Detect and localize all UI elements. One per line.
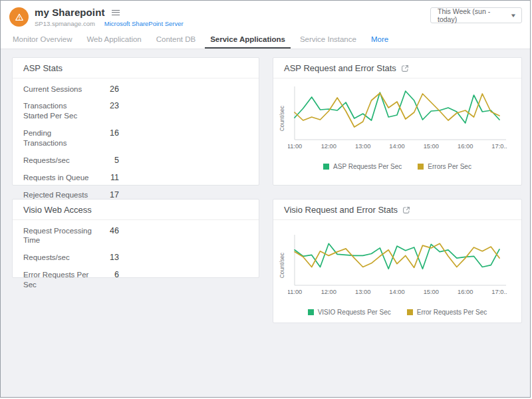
popout-icon[interactable] bbox=[402, 206, 410, 214]
sharepoint-server-link[interactable]: Microsoft SharePoint Server bbox=[104, 20, 184, 27]
stat-row: Error Requests Per Sec6 bbox=[23, 267, 248, 294]
time-range-select[interactable]: This Week (sun - today) ▼ bbox=[430, 7, 522, 23]
svg-text:13:00: 13:00 bbox=[355, 289, 370, 295]
stat-row: Requests/sec13 bbox=[23, 249, 248, 267]
svg-text:14:00: 14:00 bbox=[389, 143, 404, 150]
asp-stats-title: ASP Stats bbox=[13, 58, 259, 78]
legend-item-error-requests-per-sec[interactable]: Error Requests Per Sec bbox=[407, 309, 487, 316]
stat-label: Requests/sec bbox=[23, 156, 92, 166]
legend-label: Errors Per Sec bbox=[428, 163, 471, 170]
visio-chart-ylabel: Count/sec bbox=[279, 253, 288, 278]
stat-label: Requests in Queue bbox=[23, 173, 92, 183]
svg-text:13:00: 13:00 bbox=[355, 143, 370, 150]
svg-text:16:00: 16:00 bbox=[458, 289, 473, 295]
stat-label: Transactions Started Per Sec bbox=[23, 101, 92, 121]
stat-row: Pending Transactions16 bbox=[23, 125, 248, 152]
stat-row: Requests in Queue11 bbox=[23, 170, 248, 187]
visio-web-access-title: Visio Web Access bbox=[13, 200, 259, 220]
stat-row: Current Sessions26 bbox=[23, 80, 248, 98]
svg-text:16:00: 16:00 bbox=[458, 143, 473, 150]
svg-text:17:0..: 17:0.. bbox=[491, 289, 507, 295]
stat-label: Current Sessions bbox=[23, 84, 92, 94]
svg-text:11:00: 11:00 bbox=[288, 289, 302, 295]
stat-value: 16 bbox=[92, 128, 119, 138]
legend-swatch bbox=[308, 309, 314, 315]
legend-swatch bbox=[407, 309, 413, 315]
visio-chart-panel: Visio Request and Error Stats Count/sec … bbox=[273, 199, 522, 323]
popout-icon[interactable] bbox=[401, 65, 409, 72]
stat-label: Pending Transactions bbox=[23, 128, 92, 148]
dashboard-content: ASP Stats Current Sessions26Transactions… bbox=[1, 49, 530, 397]
svg-text:12:00: 12:00 bbox=[321, 289, 336, 295]
svg-text:14:00: 14:00 bbox=[389, 289, 404, 295]
host-name: SP13.spmanage.com bbox=[35, 20, 95, 27]
tab-web-application[interactable]: Web Application bbox=[81, 33, 146, 49]
svg-text:12:00: 12:00 bbox=[321, 143, 336, 150]
legend-label: Error Requests Per Sec bbox=[417, 309, 487, 316]
visio-chart-legend: VISIO Requests Per SecError Requests Per… bbox=[273, 309, 521, 316]
stat-value: 13 bbox=[92, 253, 119, 262]
stat-value: 26 bbox=[92, 84, 119, 94]
svg-text:11:00: 11:00 bbox=[288, 143, 302, 150]
svg-text:15:00: 15:00 bbox=[424, 143, 439, 150]
hamburger-menu-icon[interactable] bbox=[111, 9, 120, 17]
legend-swatch bbox=[418, 164, 424, 170]
stat-row: Requests/sec5 bbox=[23, 152, 248, 170]
asp-line-chart: 11:0012:0013:0014:0015:0016:0017:0.. bbox=[288, 84, 517, 154]
tab-monitor-overview[interactable]: Monitor Overview bbox=[7, 33, 77, 49]
legend-item-errors-per-sec[interactable]: Errors Per Sec bbox=[418, 163, 471, 170]
legend-label: VISIO Requests Per Sec bbox=[318, 309, 391, 316]
visio-chart-title: Visio Request and Error Stats bbox=[284, 205, 398, 215]
legend-swatch bbox=[323, 164, 329, 170]
stat-value: 17 bbox=[92, 190, 119, 200]
stat-label: Requests/sec bbox=[23, 253, 92, 263]
time-range-value: This Week (sun - today) bbox=[438, 7, 511, 23]
visio-line-chart: 11:0012:0013:0014:0015:0016:0017:0.. bbox=[288, 232, 517, 299]
stat-label: Error Requests Per Sec bbox=[23, 270, 92, 290]
monitor-status-icon bbox=[9, 7, 29, 27]
visio-web-access-rows: Request Processing Time46Requests/sec13E… bbox=[13, 220, 259, 298]
stat-value: 5 bbox=[92, 156, 119, 165]
asp-stats-panel: ASP Stats Current Sessions26Transactions… bbox=[12, 57, 259, 186]
stat-value: 6 bbox=[92, 270, 119, 279]
tab-bar: Monitor OverviewWeb ApplicationContent D… bbox=[1, 33, 530, 49]
legend-label: ASP Requests Per Sec bbox=[333, 163, 402, 170]
legend-item-visio-requests-per-sec[interactable]: VISIO Requests Per Sec bbox=[308, 309, 391, 316]
tab-service-instance[interactable]: Service Instance bbox=[295, 33, 362, 49]
asp-chart-ylabel: Count/sec bbox=[279, 106, 288, 131]
chevron-down-icon: ▼ bbox=[510, 13, 517, 19]
tab-content-db[interactable]: Content DB bbox=[151, 33, 201, 49]
asp-chart-legend: ASP Requests Per SecErrors Per Sec bbox=[273, 163, 521, 170]
stat-label: Request Processing Time bbox=[23, 226, 92, 246]
tab-service-applications[interactable]: Service Applications bbox=[205, 33, 291, 49]
asp-chart-panel: ASP Request and Error Stats Count/sec 11… bbox=[273, 57, 522, 186]
svg-text:15:00: 15:00 bbox=[424, 289, 439, 295]
warning-triangle-icon bbox=[14, 12, 25, 23]
stat-value: 23 bbox=[92, 101, 119, 110]
asp-chart-title: ASP Request and Error Stats bbox=[284, 63, 396, 73]
stat-row: Request Processing Time46 bbox=[23, 222, 248, 249]
header: my Sharepoint SP13.spmanage.com Microsof… bbox=[1, 1, 530, 33]
stat-value: 46 bbox=[92, 226, 119, 235]
svg-text:17:0..: 17:0.. bbox=[491, 143, 507, 150]
app-window: my Sharepoint SP13.spmanage.com Microsof… bbox=[0, 0, 531, 398]
page-title: my Sharepoint bbox=[35, 7, 105, 18]
legend-item-asp-requests-per-sec[interactable]: ASP Requests Per Sec bbox=[323, 163, 402, 170]
visio-web-access-panel: Visio Web Access Request Processing Time… bbox=[12, 199, 259, 278]
tab-more[interactable]: More bbox=[366, 33, 394, 49]
stat-value: 11 bbox=[92, 173, 119, 182]
stat-row: Transactions Started Per Sec23 bbox=[23, 98, 248, 125]
